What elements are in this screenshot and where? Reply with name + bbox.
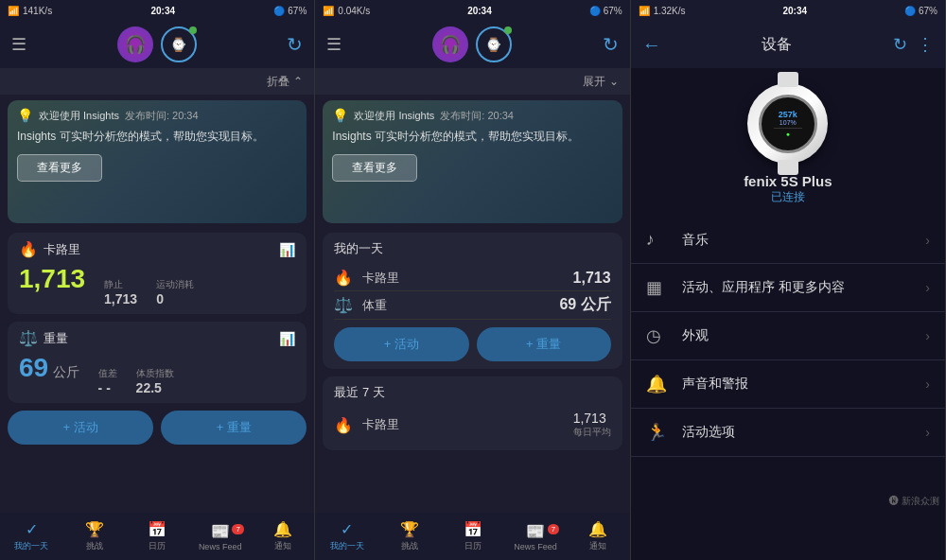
bottom-nav-2: ✓ 我的一天 🏆 挑战 📅 日历 📰 News Feed 7 🔔 通知: [315, 513, 629, 560]
my-day-scale-icon: ⚖️: [334, 296, 353, 314]
add-buttons-1: + 活动 + 重量: [8, 411, 307, 445]
watch-body-3: 257k 107% ●: [759, 95, 817, 153]
settings-activity-options[interactable]: 🏃 活动选项 ›: [631, 409, 945, 457]
nav-notify-2[interactable]: 🔔 通知: [567, 520, 629, 552]
chart-icon-1[interactable]: 📊: [279, 242, 295, 257]
header-bar-1: ☰ 🎧 ⌚ ↻: [0, 21, 314, 68]
calories-header-1: 🔥 卡路里 📊: [19, 240, 295, 258]
menu-icon-2[interactable]: ☰: [326, 34, 342, 55]
insights-header-1: 💡 欢迎使用 Insights 发布时间: 20:34: [17, 108, 297, 123]
add-weight-btn-2[interactable]: + 重量: [477, 327, 611, 361]
nav-calendar-1[interactable]: 📅 日历: [126, 520, 188, 552]
device-refresh-icon[interactable]: ↻: [893, 34, 907, 55]
nav-calendar-2[interactable]: 📅 日历: [441, 520, 503, 552]
add-weight-btn-1[interactable]: + 重量: [161, 411, 307, 445]
weight-unit-1: 公斤: [53, 364, 79, 379]
nav-challenge-label-1: 挑战: [86, 540, 103, 552]
fold-bar-1[interactable]: 折叠 ⌃: [0, 68, 314, 95]
sounds-icon: 🔔: [646, 374, 669, 394]
connected-dot-2: [504, 26, 512, 34]
recent-cal-label: 卡路里: [362, 416, 572, 433]
my-day-cal-label: 卡路里: [362, 270, 572, 287]
insights-body-1: Insights 可实时分析您的模式，帮助您实现目标。: [17, 129, 297, 145]
calories-values-1: 1,713 静止 1,713 运动消耗 0: [19, 264, 295, 306]
activities-icon: ▦: [646, 277, 669, 298]
nav-challenge-2[interactable]: 🏆 挑战: [378, 520, 441, 552]
weibo-text: 新浪众测: [902, 496, 939, 506]
recent-title-2: 最近 7 天: [334, 384, 610, 401]
expand-bar-2[interactable]: 展开 ⌄: [315, 68, 629, 95]
device-header-3: ← 设备 ↻ ⋮: [631, 21, 945, 68]
static-value-1: 1,713: [104, 291, 137, 306]
news-badge-1: 7: [232, 524, 243, 534]
nav-check-icon-2: ✓: [341, 520, 353, 538]
device-more-icon[interactable]: ⋮: [917, 34, 934, 55]
recent-row-cal: 🔥 卡路里 1,713 每日平均: [334, 407, 610, 443]
settings-appearance[interactable]: ◷ 外观 ›: [631, 312, 945, 360]
nav-bell-icon-2: 🔔: [588, 520, 607, 538]
status-right-2: 🔵 67%: [589, 6, 622, 16]
nav-newsfeed-2[interactable]: 📰 News Feed 7: [504, 522, 567, 551]
bottom-nav-1: ✓ 我的一天 🏆 挑战 📅 日历 📰 News Feed 7 🔔 通知: [0, 513, 314, 560]
my-day-weight-label: 体重: [362, 297, 559, 314]
strap-bottom-3: [778, 160, 798, 175]
settings-music[interactable]: ♪ 音乐 ›: [631, 217, 945, 264]
calories-number-1: 1,713: [19, 264, 85, 294]
insights-button-2[interactable]: 查看更多: [332, 154, 417, 182]
calories-main-1: 1,713: [19, 264, 85, 294]
nav-bell-icon-1: 🔔: [273, 520, 292, 538]
nav-challenge-1[interactable]: 🏆 挑战: [62, 520, 125, 552]
battery-2: 67%: [604, 6, 622, 16]
headphones-icon-1[interactable]: 🎧: [117, 26, 153, 62]
my-day-weight-value: 69 公斤: [559, 295, 610, 315]
fold-chevron: ⌃: [293, 75, 303, 88]
status-right-1: 🔵 67%: [273, 6, 307, 16]
panel-1: 📶 141K/s 20:34 🔵 67% ☰ 🎧 ⌚ ↻ 折叠 ⌃ 💡: [0, 0, 315, 560]
settings-sounds[interactable]: 🔔 声音和警报 ›: [631, 360, 945, 409]
nav-newsfeed-1[interactable]: 📰 News Feed 7: [188, 522, 251, 551]
appearance-icon: ◷: [646, 325, 669, 346]
add-activity-btn-2[interactable]: + 活动: [334, 327, 468, 361]
watch-divider-3: [774, 128, 802, 129]
weight-bmi-1: 体质指数 22.5: [136, 367, 174, 395]
diff-label-1: 值差: [98, 367, 117, 380]
nav-cal-label-2: 日历: [464, 540, 482, 552]
weight-values-1: 69 公斤 值差 - - 体质指数 22.5: [19, 353, 295, 395]
refresh-icon-1[interactable]: ↻: [287, 33, 303, 56]
activities-arrow: ›: [925, 280, 930, 295]
status-bar-3: 📶 1.32K/s 20:34 🔵 67%: [631, 0, 945, 21]
speed-1: 141K/s: [23, 6, 52, 16]
insights-button-1[interactable]: 查看更多: [17, 154, 102, 182]
recent-cal-values: 1,713 每日平均: [573, 411, 611, 439]
back-icon-3[interactable]: ←: [642, 34, 661, 56]
nav-myday-2[interactable]: ✓ 我的一天: [315, 520, 377, 552]
appearance-label: 外观: [682, 327, 926, 344]
watch-status-3: ●: [786, 131, 790, 137]
device-actions-3: ↻ ⋮: [893, 34, 934, 55]
exercise-value-1: 0: [156, 291, 194, 306]
bt-icon-3: 🔵: [904, 6, 916, 16]
weibo-watermark: 🅦 新浪众测: [889, 495, 939, 508]
settings-activities[interactable]: ▦ 活动、应用程序 和更多内容 ›: [631, 264, 945, 312]
nav-myday-1[interactable]: ✓ 我的一天: [0, 520, 62, 552]
panel-2: 📶 0.04K/s 20:34 🔵 67% ☰ 🎧 ⌚ ↻ 展开 ⌄ 💡: [315, 0, 630, 560]
strap-top-3: [778, 72, 798, 87]
refresh-icon-2[interactable]: ↻: [603, 33, 619, 56]
insights-body-2: Insights 可实时分析您的模式，帮助您实现目标。: [332, 129, 612, 145]
chart-icon-w1[interactable]: 📊: [279, 331, 295, 346]
device-title-3: 设备: [671, 35, 884, 55]
headphones-icon-2[interactable]: 🎧: [432, 26, 468, 62]
watch-icon-1[interactable]: ⌚: [161, 26, 197, 62]
menu-icon-1[interactable]: ☰: [11, 34, 26, 55]
static-label-1: 静止: [104, 278, 137, 291]
watch-icon-2[interactable]: ⌚: [476, 26, 512, 62]
nav-notify-1[interactable]: 🔔 通知: [252, 520, 314, 552]
battery-3: 67%: [919, 6, 937, 16]
appearance-arrow: ›: [925, 328, 930, 343]
my-day-cal-value: 1,713: [573, 270, 611, 287]
add-activity-btn-1[interactable]: + 活动: [8, 411, 153, 445]
my-day-row-weight: ⚖️ 体重 69 公斤: [334, 291, 610, 320]
activity-options-label: 活动选项: [682, 424, 926, 441]
calories-label-1: 卡路里: [44, 241, 80, 258]
nav-cal-icon-1: 📅: [148, 520, 166, 538]
